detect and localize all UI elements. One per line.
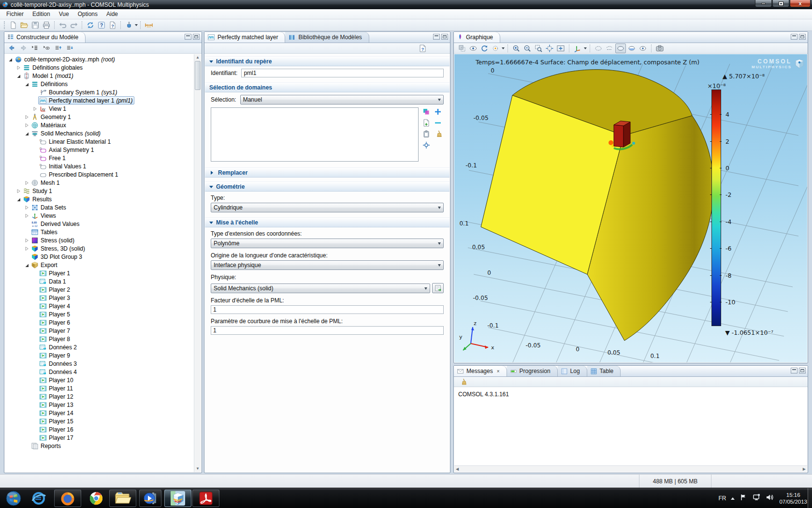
expand-icon[interactable] bbox=[24, 205, 29, 210]
expand-icon[interactable] bbox=[32, 106, 38, 111]
menu-edition[interactable]: Edition bbox=[28, 9, 55, 19]
collapse-icon[interactable] bbox=[24, 131, 29, 136]
expand-icon[interactable] bbox=[24, 213, 29, 218]
back-button[interactable] bbox=[7, 44, 17, 53]
move-down-button[interactable] bbox=[65, 44, 75, 53]
menu-aide[interactable]: Aide bbox=[102, 9, 122, 19]
tree-item-view-1[interactable]: xyView 1 bbox=[5, 105, 194, 113]
messages-hscrollbar[interactable]: ◀▶ bbox=[454, 465, 807, 472]
tree-item-player-8[interactable]: Player 8 bbox=[5, 335, 194, 343]
taskbar-firefox-icon[interactable] bbox=[54, 490, 81, 507]
3d-viewport[interactable]: Temps=1.666667e-4 Surface: Champ de dépl… bbox=[454, 54, 807, 362]
print-button[interactable] bbox=[41, 20, 52, 30]
selection-combo[interactable]: Manuel bbox=[240, 95, 444, 105]
menu-vue[interactable]: Vue bbox=[55, 9, 73, 19]
tab-messages[interactable]: Messages× bbox=[454, 366, 507, 376]
expand-icon[interactable] bbox=[24, 246, 29, 251]
tree-item-geometry-1[interactable]: Geometry 1 bbox=[5, 113, 194, 121]
tab-biblioth-que-de-mod-les[interactable]: Bibliothèque de Modèles bbox=[285, 32, 369, 43]
clock[interactable]: 15:16 07/05/2013 bbox=[779, 492, 807, 505]
tree-item-mesh-1[interactable]: Mesh 1 bbox=[5, 179, 194, 187]
clear-plot-button[interactable] bbox=[123, 20, 134, 30]
close-button[interactable]: x bbox=[790, 0, 811, 7]
dropdown-icon[interactable] bbox=[502, 47, 505, 51]
volume-icon[interactable] bbox=[766, 493, 774, 503]
messages-content[interactable]: COMSOL 4.3.1.161 bbox=[454, 388, 807, 465]
clear-plot-dropdown-icon[interactable] bbox=[135, 24, 138, 28]
section-identifiant[interactable]: Identifiant du repère bbox=[205, 56, 450, 66]
collapse-icon[interactable] bbox=[8, 57, 13, 62]
tree-item-results[interactable]: Results bbox=[5, 195, 194, 203]
close-tab-icon[interactable]: × bbox=[497, 369, 500, 374]
paste-selection-button[interactable] bbox=[422, 130, 431, 138]
model-tree-scrollbar[interactable]: ▲ ▼ bbox=[194, 54, 201, 472]
transparency-button[interactable] bbox=[457, 44, 467, 53]
panel-minimize-icon[interactable] bbox=[791, 34, 798, 40]
save-button[interactable] bbox=[29, 20, 41, 30]
show-desktop-button[interactable] bbox=[808, 488, 812, 508]
collapse-icon[interactable] bbox=[24, 81, 29, 87]
tree-item-linear-elastic-material-1[interactable]: DLinear Elastic Material 1 bbox=[5, 137, 194, 146]
taskbar-adobe-reader-icon[interactable] bbox=[192, 490, 219, 507]
panel-minimize-icon[interactable] bbox=[433, 34, 440, 40]
clear-selection-button[interactable] bbox=[434, 130, 442, 138]
tree-item-stress-3d-solid-[interactable]: Stress, 3D (solid) bbox=[5, 244, 194, 253]
tree-item-player-6[interactable]: Player 6 bbox=[5, 318, 194, 327]
panel-maximize-icon[interactable] bbox=[441, 34, 448, 40]
zoom-extents-button[interactable] bbox=[544, 44, 555, 53]
taskbar-windows-explorer-icon[interactable] bbox=[109, 490, 136, 507]
help-icon[interactable]: ? bbox=[418, 44, 427, 53]
help-button[interactable]: ? bbox=[96, 20, 107, 30]
tree-item-player-7[interactable]: Player 7 bbox=[5, 327, 194, 335]
tree-item-perfectly-matched-layer-1[interactable]: Perfectly matched layer 1(pml1) bbox=[5, 96, 194, 105]
domain-selection-list[interactable] bbox=[211, 107, 419, 162]
redo-button[interactable] bbox=[68, 20, 79, 30]
panel-maximize-icon[interactable] bbox=[799, 34, 806, 40]
move-up-button[interactable] bbox=[53, 44, 63, 53]
section-remplacer[interactable]: Remplacer bbox=[205, 167, 450, 178]
tree-item-player-13[interactable]: Player 13 bbox=[5, 401, 194, 409]
section-geometrie[interactable]: Géométrie bbox=[205, 181, 450, 192]
type-combo[interactable]: Cylindrique bbox=[211, 203, 444, 212]
scroll-up-icon[interactable]: ▲ bbox=[195, 55, 200, 60]
expand-icon[interactable] bbox=[16, 65, 21, 70]
new-button[interactable] bbox=[7, 20, 18, 30]
select-center-button[interactable] bbox=[638, 44, 648, 53]
tree-item-player-15[interactable]: Player 15 bbox=[5, 417, 194, 425]
measure-button[interactable] bbox=[143, 20, 154, 30]
tab-graphique[interactable]: Graphique bbox=[454, 32, 500, 43]
tree-item-player-17[interactable]: Player 17 bbox=[5, 433, 194, 442]
tab-perfectly-matched-layer[interactable]: Perfectly matched layer bbox=[204, 32, 285, 43]
courbure-input[interactable] bbox=[211, 326, 444, 335]
taskbar-start-button[interactable] bbox=[3, 490, 24, 507]
tree-item-donn-es-3[interactable]: Données 3 bbox=[5, 359, 194, 368]
tree-item-initial-values-1[interactable]: DInitial Values 1 bbox=[5, 162, 194, 170]
tree-item-mat-riaux[interactable]: Matériaux bbox=[5, 121, 194, 129]
expand-icon[interactable] bbox=[24, 238, 29, 243]
remove-from-selection-button[interactable] bbox=[434, 119, 442, 127]
tree-item-player-4[interactable]: Player 4 bbox=[5, 302, 194, 310]
expand-icon[interactable] bbox=[16, 188, 21, 194]
refresh-view-button[interactable] bbox=[479, 44, 490, 53]
tree-item-player-3[interactable]: Player 3 bbox=[5, 294, 194, 302]
go-to-view-button[interactable] bbox=[572, 44, 583, 53]
tree-item-derived-values[interactable]: 8.85e-12Derived Values bbox=[5, 220, 194, 228]
tab-table[interactable]: Table bbox=[587, 366, 621, 376]
facteur-input[interactable] bbox=[211, 305, 444, 314]
expand-icon[interactable] bbox=[24, 114, 29, 120]
active-selection-button[interactable] bbox=[422, 107, 431, 116]
tree-item-free-1[interactable]: DFree 1 bbox=[5, 154, 194, 162]
tree-item-player-11[interactable]: Player 11 bbox=[5, 384, 194, 392]
go-to-physics-button[interactable] bbox=[432, 283, 444, 293]
tree-item-player-14[interactable]: Player 14 bbox=[5, 409, 194, 417]
forward-button[interactable] bbox=[18, 44, 29, 53]
restore-button[interactable] bbox=[772, 0, 789, 7]
scene-light-button[interactable] bbox=[490, 44, 501, 53]
tree-item-model-1[interactable]: Model 1(mod1) bbox=[5, 72, 194, 80]
scroll-down-icon[interactable]: ▼ bbox=[195, 466, 200, 471]
tree-item-boundary-system-1[interactable]: 1Boundary System 1(sys1) bbox=[5, 88, 194, 96]
tree-item-solid-mechanics[interactable]: Solid Mechanics(solid) bbox=[5, 129, 194, 137]
tree-item-3d-plot-group-3[interactable]: 3D Plot Group 3 bbox=[5, 253, 194, 261]
zoom-to-selection-button[interactable] bbox=[422, 141, 431, 149]
tree-item-coll-temporel-2d-axisy-mph[interactable]: collè-temporel-2D-axisy..mph(root) bbox=[5, 55, 194, 63]
